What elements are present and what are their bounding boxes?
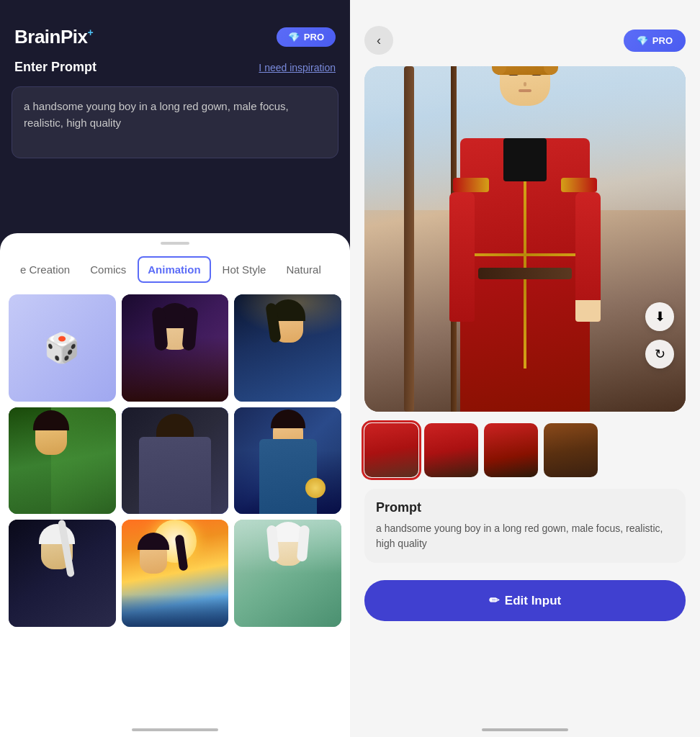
tab-creation[interactable]: e Creation xyxy=(12,258,78,281)
character-body xyxy=(453,109,597,412)
prompt-display: Prompt a handsome young boy in a long re… xyxy=(350,489,700,574)
prompt-section-left: Enter Prompt I need inspiration xyxy=(0,60,350,86)
pro-badge-right[interactable]: 💎 PRO xyxy=(624,30,686,52)
refresh-button[interactable]: ↻ xyxy=(645,340,674,368)
thumbnail-strip xyxy=(350,412,700,489)
grid-item-6[interactable] xyxy=(234,407,341,515)
window-frame xyxy=(404,66,414,412)
prompt-label: Enter Prompt xyxy=(14,60,97,75)
coat-arm-right xyxy=(575,192,601,322)
anime-art-3 xyxy=(234,294,341,402)
coat-arm-left xyxy=(449,192,475,322)
main-image-container: ⬇ ↻ xyxy=(364,66,686,412)
prompt-display-background: Prompt a handsome young boy in a long re… xyxy=(364,489,686,563)
sheet-handle xyxy=(161,242,189,245)
tab-natural[interactable]: Natural xyxy=(277,258,329,281)
anime-art-2 xyxy=(122,294,229,402)
character-hair xyxy=(498,66,552,75)
tab-hot-style[interactable]: Hot Style xyxy=(214,258,275,281)
grid-item-8[interactable] xyxy=(122,520,229,627)
anime-art-7 xyxy=(9,520,116,627)
download-button[interactable]: ⬇ xyxy=(645,302,674,331)
brand-plus: + xyxy=(88,27,94,38)
coat-shoulder-left xyxy=(453,178,489,192)
coat-shoulder-right xyxy=(561,178,597,192)
thumb-inner-2 xyxy=(424,423,478,477)
anime-art-5 xyxy=(122,407,229,515)
anime-art-9 xyxy=(234,520,341,627)
coat-trim xyxy=(467,253,583,256)
left-header: BrainPix+ 💎 PRO xyxy=(0,0,350,60)
grid-item-7[interactable] xyxy=(9,520,116,627)
dice-icon: 🎲 xyxy=(9,294,116,402)
anime-art-6 xyxy=(234,407,341,515)
anime-art-8 xyxy=(122,520,229,627)
grid-item-4[interactable] xyxy=(9,407,116,515)
brand-title: BrainPix+ xyxy=(14,26,93,48)
anime-art-4 xyxy=(9,407,116,515)
home-indicator-left xyxy=(132,728,218,731)
thumb-inner-4 xyxy=(544,423,598,477)
character-coat xyxy=(460,138,590,412)
edit-icon: ✏ xyxy=(489,593,499,608)
diamond-icon-left: 💎 xyxy=(288,32,300,42)
image-actions: ⬇ ↻ xyxy=(645,302,674,368)
download-icon: ⬇ xyxy=(655,309,665,325)
prompt-display-title: Prompt xyxy=(376,500,674,515)
tab-animation[interactable]: Animation xyxy=(138,256,210,283)
home-indicator-right xyxy=(482,728,568,731)
edit-input-button[interactable]: ✏ Edit Input xyxy=(364,580,686,621)
mouth xyxy=(519,89,531,92)
coat-belt xyxy=(478,268,572,279)
coat-collar xyxy=(503,138,547,181)
thumbnail-4[interactable] xyxy=(544,423,598,477)
bottom-sheet: e Creation Comics Animation Hot Style Na… xyxy=(0,233,350,737)
right-header: ‹ 💎 PRO xyxy=(350,0,700,66)
thumb-inner-1 xyxy=(364,423,418,477)
thumbnail-3[interactable] xyxy=(484,423,538,477)
prompt-display-text: a handsome young boy in a long red gown,… xyxy=(376,521,674,551)
grid-item-9[interactable] xyxy=(234,520,341,627)
grid-item-random[interactable]: 🎲 xyxy=(9,294,116,402)
thumbnail-1[interactable] xyxy=(364,423,418,477)
pro-badge-left[interactable]: 💎 PRO xyxy=(277,27,336,47)
thumb-inner-3 xyxy=(484,423,538,477)
grid-item-2[interactable] xyxy=(122,294,229,402)
right-panel: ‹ 💎 PRO xyxy=(350,0,700,737)
character-head xyxy=(500,66,550,106)
back-icon: ‹ xyxy=(377,33,381,48)
back-button[interactable]: ‹ xyxy=(364,26,393,55)
coat-hand-right xyxy=(575,300,601,322)
image-grid: 🎲 xyxy=(0,294,350,627)
tabs-container: e Creation Comics Animation Hot Style Na… xyxy=(0,256,350,283)
diamond-icon-right: 💎 xyxy=(637,35,648,46)
grid-item-3[interactable] xyxy=(234,294,341,402)
nose xyxy=(524,82,526,86)
left-panel: BrainPix+ 💎 PRO Enter Prompt I need insp… xyxy=(0,0,350,737)
inspiration-link[interactable]: I need inspiration xyxy=(259,62,336,73)
prompt-textarea[interactable]: a handsome young boy in a long red gown,… xyxy=(12,86,338,158)
refresh-icon: ↻ xyxy=(655,346,665,362)
thumbnail-2[interactable] xyxy=(424,423,478,477)
grid-item-5-selected[interactable] xyxy=(122,407,229,515)
tab-comics[interactable]: Comics xyxy=(81,258,135,281)
